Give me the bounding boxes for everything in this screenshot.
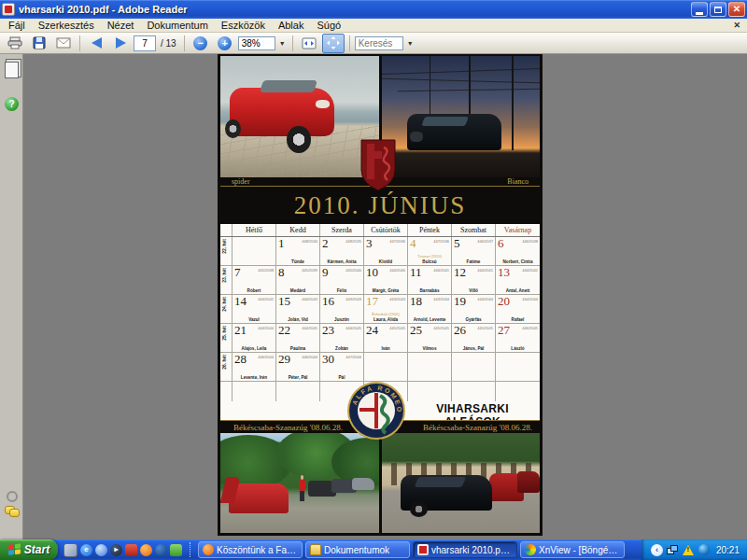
attachments-panel-icon[interactable] <box>7 491 18 502</box>
calendar-day-cell: 7445/2038Róbert <box>233 266 276 294</box>
calendar-day-cell: 21444/2044Alajos, Leila <box>233 324 276 352</box>
warning-icon[interactable] <box>683 544 695 556</box>
search-input[interactable] <box>355 36 403 50</box>
task-label: XnView - [Böngésző - ... <box>539 545 620 555</box>
xnview-icon <box>525 544 536 555</box>
zoom-level-select[interactable]: 38% <box>238 36 275 50</box>
firefox-icon <box>203 544 214 555</box>
menu-item-súgó[interactable]: Súgó <box>310 19 347 33</box>
menu-item-ablak[interactable]: Ablak <box>272 19 311 33</box>
menu-item-nézet[interactable]: Nézet <box>101 19 141 33</box>
calendar-day-cell <box>276 382 320 402</box>
calendar-day-cell: 12444/2041Villő <box>452 266 496 294</box>
menu-item-szerkesztés[interactable]: Szerkesztés <box>32 19 101 33</box>
calendar-day-cell: 22444/2045Paulina <box>276 324 320 352</box>
calendar-day-cell <box>364 353 408 381</box>
maximize-button[interactable] <box>710 2 726 17</box>
email-button[interactable] <box>52 34 75 53</box>
calendar-week-row: 24. hét14444/2042Vazul15444/2043Jolán, V… <box>220 295 540 324</box>
zoom-dropdown-icon[interactable]: ▼ <box>277 35 288 51</box>
calendar-day-cell: 19444/2044Gyárfás <box>452 295 496 323</box>
calendar-day-cell: 27446/2045László <box>496 324 540 352</box>
week-number-label: 24. hét <box>220 295 233 323</box>
alfa-romeo-logo: ALFA ROMEO <box>346 381 406 441</box>
document-close-icon[interactable]: ✕ <box>728 21 745 30</box>
search-dropdown-icon[interactable]: ▼ <box>405 35 416 51</box>
taskbar-button-folder[interactable]: Dokumentumok <box>305 541 410 558</box>
save-button[interactable] <box>28 34 50 53</box>
calendar-week-row: 26. hét28446/2044Levente, Irén29446/2044… <box>220 353 540 382</box>
clock: 20:21 <box>716 545 740 555</box>
help-icon[interactable]: ? <box>5 97 19 111</box>
calendar-day-cell <box>408 382 452 402</box>
quick-launch-messenger-icon[interactable] <box>95 544 107 556</box>
taskbar-button-adobe[interactable]: vharsarki 2010.pdf - ... <box>413 541 517 558</box>
taskbar: Start e▸ Köszöntünk a Facebo...Dokumentu… <box>0 539 747 560</box>
tray-app-icon[interactable] <box>698 544 711 556</box>
calendar-day-cell: 3447/2036Klotild <box>364 237 408 265</box>
task-label: Dokumentumok <box>324 545 389 555</box>
quick-launch-backup-icon[interactable] <box>125 544 137 556</box>
taskbar-button-xnview[interactable]: XnView - [Böngésző - ... <box>520 541 625 558</box>
day-header-hétfő: Hétfő <box>233 224 276 236</box>
fit-width-button[interactable] <box>298 34 320 53</box>
next-page-button[interactable] <box>109 34 132 53</box>
quick-launch-show-desktop-icon[interactable] <box>63 543 78 557</box>
quick-launch-media-player-icon[interactable]: ▸ <box>110 544 122 556</box>
print-button[interactable] <box>4 34 26 53</box>
previous-page-button[interactable] <box>85 34 107 53</box>
club-shield-icon <box>359 138 397 192</box>
fit-page-button[interactable] <box>322 34 345 53</box>
minimize-button[interactable] <box>691 2 708 17</box>
menu-bar: FájlSzerkesztésNézetDokumentumEszközökAb… <box>0 19 747 33</box>
week-number-label: 23. hét <box>220 266 233 294</box>
calendar-week-row: 22. hét1448/2034Tünde2448/2035Kármen, An… <box>220 237 540 266</box>
calendar-day-cell: 25445/2045Vilmos <box>408 324 452 352</box>
calendar-day-cell: 23444/2045Zoltán <box>320 324 364 352</box>
menu-item-fájl[interactable]: Fájl <box>2 19 32 33</box>
pages-panel-icon[interactable] <box>5 62 19 78</box>
calendar-day-cell: 15444/2043Jolán, Vid <box>276 295 320 323</box>
caption-bianco: Bianco <box>507 177 529 186</box>
toolbar: / 13 − + 38% ▼ ▼ <box>0 33 747 54</box>
zoom-out-button[interactable]: − <box>190 34 212 53</box>
menu-item-eszközök[interactable]: Eszközök <box>215 19 272 33</box>
task-buttons: Köszöntünk a Facebo...Dokumentumokvharsa… <box>195 539 641 560</box>
system-tray: ‹ 20:21 <box>641 539 747 560</box>
menu-item-dokumentum[interactable]: Dokumentum <box>140 19 214 33</box>
month-title-band: 2010. JÚNIUS <box>218 187 543 224</box>
start-button[interactable]: Start <box>0 539 58 560</box>
quick-launch-bar: e▸ <box>58 539 188 560</box>
quick-launch-internet-explorer-icon[interactable]: e <box>80 544 92 556</box>
network-icon[interactable] <box>667 544 679 556</box>
quick-launch-firefox-icon[interactable] <box>140 544 152 556</box>
calendar-day-cell: 26445/2045János, Pál <box>452 324 496 352</box>
comments-panel-icon[interactable] <box>5 506 20 517</box>
taskbar-button-firefox[interactable]: Köszöntünk a Facebo... <box>198 541 303 558</box>
page-number-input[interactable] <box>134 35 156 51</box>
day-header-csütörtök: Csütörtök <box>364 224 408 236</box>
calendar-day-cell: 13444/2042Antal, Anett <box>496 266 540 294</box>
day-header-vasárnap: Vasárnap <box>496 224 540 236</box>
quick-launch-globe-app-icon[interactable] <box>155 544 167 556</box>
quick-launch-green-app-icon[interactable] <box>170 544 182 556</box>
week-number-label: 25. hét <box>220 324 233 352</box>
day-header-szombat: Szombat <box>452 224 496 236</box>
window-title: vharsarki 2010.pdf - Adobe Reader <box>19 4 689 15</box>
day-header-szerda: Szerda <box>320 224 364 236</box>
calendar-day-cell: 17443/2043Évforduló (1905)Laura, Alida <box>364 295 408 323</box>
close-button[interactable]: ✕ <box>728 2 745 17</box>
tray-collapse-icon[interactable]: ‹ <box>651 544 663 556</box>
photo-meeting-right <box>382 433 540 533</box>
navigation-panel: ? <box>0 54 23 539</box>
event-caption-left: Békéscsaba-Szanazúg '08.06.28. <box>233 423 343 432</box>
event-caption-right: Békéscsaba-Szanazúg '08.06.28. <box>423 423 532 432</box>
zoom-in-button[interactable]: + <box>214 34 236 53</box>
week-number-label: 22. hét <box>220 237 233 265</box>
calendar-day-cell <box>233 382 276 402</box>
calendar-day-cell: 16443/2043Jusztin <box>320 295 364 323</box>
start-label: Start <box>24 543 49 556</box>
calendar-day-cell: 4447/2036Trianon (1920)Bulcsú <box>408 237 452 265</box>
adobe-pdf-icon <box>2 3 15 16</box>
week-number-label <box>220 382 233 402</box>
